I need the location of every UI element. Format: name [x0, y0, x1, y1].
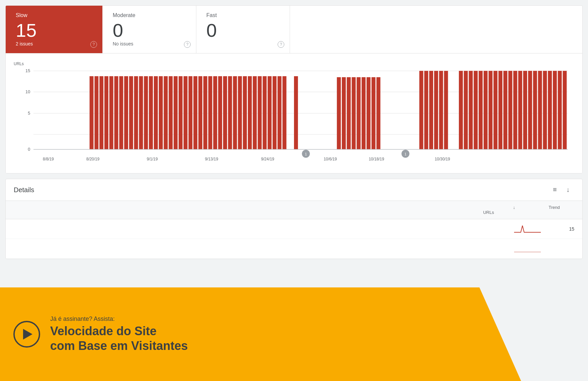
svg-text:1: 1 [404, 152, 406, 156]
col-urls: URLs [14, 210, 494, 215]
svg-rect-72 [474, 71, 478, 149]
svg-rect-87 [548, 71, 552, 149]
svg-rect-88 [553, 71, 557, 149]
svg-rect-28 [184, 76, 188, 149]
svg-rect-16 [124, 76, 128, 149]
svg-rect-60 [376, 77, 380, 149]
svg-rect-40 [243, 76, 247, 149]
svg-rect-56 [357, 77, 361, 149]
svg-rect-15 [119, 76, 123, 149]
chart-y-label: URLs [14, 61, 574, 66]
chart-area: URLs 15 10 5 0 [6, 53, 582, 173]
svg-rect-33 [208, 76, 212, 149]
slow-tab[interactable]: Slow 15 2 issues ? [6, 6, 103, 53]
speed-tabs: Slow 15 2 issues ? Moderate 0 No issues … [6, 6, 582, 53]
svg-rect-30 [193, 76, 197, 149]
svg-rect-42 [253, 76, 257, 149]
svg-rect-45 [268, 76, 272, 149]
svg-rect-26 [174, 76, 178, 149]
svg-rect-82 [523, 71, 527, 149]
svg-rect-27 [179, 76, 183, 149]
svg-rect-18 [134, 76, 138, 149]
svg-rect-80 [513, 71, 517, 149]
banner-right-bg [521, 287, 588, 381]
svg-rect-77 [498, 71, 502, 149]
svg-rect-67 [439, 71, 443, 149]
tab-spacer [290, 6, 582, 53]
svg-rect-20 [144, 76, 148, 149]
slow-tab-help-icon[interactable]: ? [90, 41, 97, 48]
svg-rect-43 [258, 76, 262, 149]
svg-rect-10 [95, 76, 99, 149]
fast-tab-help-icon[interactable]: ? [278, 41, 284, 48]
svg-rect-81 [518, 71, 522, 149]
svg-rect-29 [189, 76, 193, 149]
filter-icon[interactable]: ≡ [553, 186, 561, 194]
banner-title-line1: Velocidade do Site [50, 324, 157, 338]
banner-title: Velocidade do Site com Base em Visitante… [50, 324, 188, 353]
chart-wrapper: 15 10 5 0 [14, 68, 574, 168]
svg-rect-22 [154, 76, 158, 149]
banner-title-line2: com Base em Visitantes [50, 339, 188, 353]
svg-rect-13 [109, 76, 113, 149]
svg-rect-69 [459, 71, 463, 149]
svg-rect-52 [337, 77, 341, 149]
row-trend-chart [507, 244, 548, 254]
banner-subtitle: Já é assinante? Assista: [50, 315, 188, 323]
col-trend: Trend [534, 205, 574, 210]
download-icon[interactable]: ↓ [566, 186, 574, 194]
fast-tab[interactable]: Fast 0 ? [196, 6, 290, 53]
svg-rect-44 [263, 76, 267, 149]
svg-rect-68 [444, 71, 448, 149]
svg-rect-24 [164, 76, 168, 149]
moderate-tab[interactable]: Moderate 0 No issues ? [103, 6, 196, 53]
svg-rect-55 [352, 77, 356, 149]
svg-rect-36 [223, 76, 227, 149]
play-button[interactable] [13, 321, 40, 348]
promo-banner: Já é assinante? Assista: Velocidade do S… [0, 287, 588, 381]
slow-tab-label: Slow [16, 12, 92, 18]
svg-rect-58 [367, 77, 371, 149]
svg-rect-37 [228, 76, 232, 149]
svg-rect-86 [543, 71, 547, 149]
svg-rect-23 [159, 76, 163, 149]
svg-rect-54 [347, 77, 351, 149]
svg-rect-31 [198, 76, 202, 149]
svg-rect-39 [238, 76, 242, 149]
svg-rect-35 [218, 76, 222, 149]
moderate-tab-help-icon[interactable]: ? [184, 41, 191, 48]
trend-sparkline [514, 224, 541, 234]
svg-rect-14 [114, 76, 118, 149]
svg-rect-83 [528, 71, 532, 149]
banner-yellow-bg: Já é assinante? Assista: Velocidade do S… [0, 287, 521, 381]
table-header: ↓ Trend URLs [6, 201, 582, 219]
slow-tab-count: 15 [16, 21, 92, 40]
svg-rect-11 [99, 76, 103, 149]
speed-summary-card: Slow 15 2 issues ? Moderate 0 No issues … [5, 5, 583, 173]
details-title: Details [14, 186, 34, 194]
svg-rect-76 [493, 71, 497, 149]
svg-rect-71 [469, 71, 473, 149]
svg-text:8/20/19: 8/20/19 [86, 157, 100, 161]
col-sort[interactable]: ↓ [494, 205, 534, 210]
svg-rect-46 [273, 76, 277, 149]
svg-rect-79 [508, 71, 512, 149]
svg-rect-41 [248, 76, 252, 149]
svg-rect-49 [294, 76, 298, 149]
svg-rect-19 [139, 76, 143, 149]
fast-tab-count: 0 [206, 21, 280, 40]
svg-text:0: 0 [28, 147, 30, 152]
svg-rect-74 [484, 71, 488, 149]
play-triangle-icon [23, 329, 32, 340]
page-container: Slow 15 2 issues ? Moderate 0 No issues … [0, 0, 588, 264]
svg-rect-73 [479, 71, 483, 149]
row-url-count: 15 [548, 226, 574, 232]
svg-rect-21 [149, 76, 153, 149]
table-row [6, 239, 582, 259]
details-actions: ≡ ↓ [553, 186, 574, 194]
svg-rect-25 [169, 76, 173, 149]
svg-rect-48 [282, 76, 286, 149]
svg-rect-12 [104, 76, 108, 149]
svg-rect-17 [129, 76, 133, 149]
svg-rect-65 [429, 71, 433, 149]
